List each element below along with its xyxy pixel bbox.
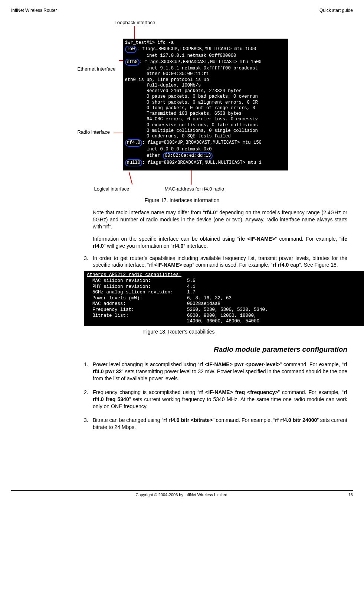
header-left: InfiNet Wireless Router: [11, 7, 57, 13]
callout-radio: Radio interface: [76, 129, 111, 136]
body-content: Note that radio interface name may diffe…: [93, 209, 347, 249]
figure-17-caption: Figure 17. Interfaces information: [11, 197, 353, 204]
callout-mac: MAC-address for rf4.0 radio: [164, 186, 225, 192]
figure-18-caption: Figure 18. Router’s capabilities: [143, 328, 353, 335]
callout-ethernet: Ethernet interface: [76, 66, 117, 72]
callout-loopback: Loopback interface: [114, 19, 157, 26]
figure-17: Loopback interface Ethernet interface Ra…: [76, 19, 288, 194]
footer-page-number: 16: [338, 492, 353, 498]
callout-logical: Logical interface: [93, 186, 131, 192]
paragraph-ifc-cmd: Information on the specific interface ca…: [93, 235, 347, 250]
page-footer: Copyright © 2004-2006 by InfiNet Wireles…: [11, 490, 353, 498]
callout-line: [128, 172, 132, 185]
page-header: InfiNet Wireless Router Quick start guid…: [11, 7, 353, 13]
footer-copyright: Copyright © 2004-2006 by InfiNet Wireles…: [26, 492, 338, 498]
list-block: 3. In order to get router’s capabilities…: [84, 255, 347, 269]
paragraph-note-rf40: Note that radio interface name may diffe…: [93, 209, 347, 230]
section-content: 1. Power level changing is accomplished …: [84, 361, 347, 430]
config-item-2: 2. Frequency changing is accomplished us…: [84, 389, 347, 414]
config-item-3: 3. Bitrate can be changed using “rf rf4.…: [84, 417, 347, 431]
config-item-1: 1. Power level changing is accomplished …: [84, 361, 347, 387]
terminal-rf-cap: Atheros AR5212 radio capabilities: MAC s…: [84, 271, 364, 326]
terminal-ifc-output: iwr_test#1> ifc -a lo0: flags=8009<UP,LO…: [123, 39, 288, 170]
header-right: Quick start guide: [319, 7, 353, 13]
section-title-radio-config: Radio module parameters configuration: [93, 345, 347, 355]
list-item-3: 3. In order to get router’s capabilities…: [84, 255, 347, 269]
